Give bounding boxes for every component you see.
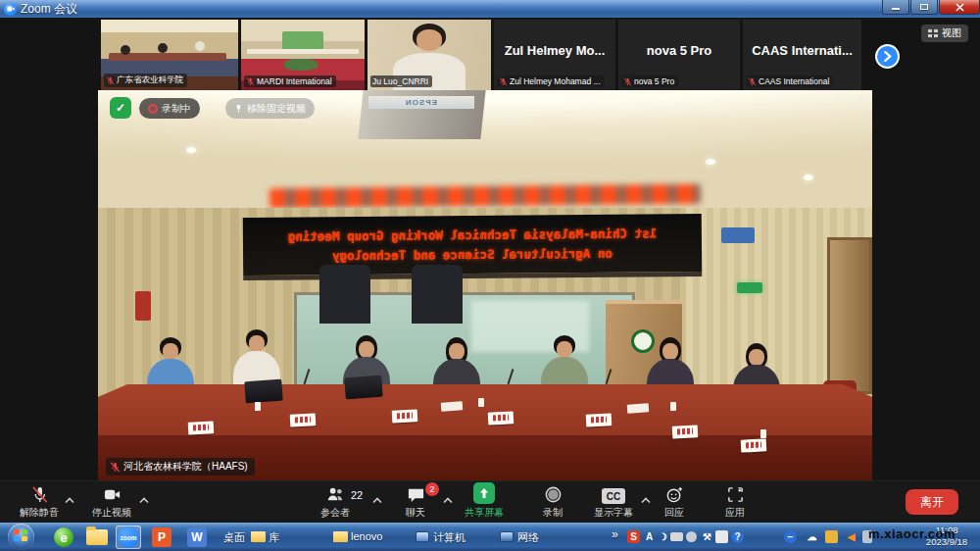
apps-button[interactable]: 应用 (704, 484, 766, 520)
video-thumbnail-mardi[interactable]: MARDI International (241, 20, 365, 90)
participant-name-tag: nova 5 Pro (621, 75, 678, 87)
video-thumbnail-nova[interactable]: nova 5 Pro nova 5 Pro (618, 20, 740, 90)
zoom-icon: zoom (118, 526, 139, 548)
gallery-next-button[interactable] (875, 44, 900, 69)
wps-writer-icon: W (187, 527, 207, 547)
taskbar-browser-button[interactable]: e (51, 526, 76, 549)
participants-count: 22 (351, 489, 363, 501)
paper (441, 401, 464, 412)
volume-tray-icon[interactable]: ◀ (845, 530, 858, 543)
participant-name: Zul Helmey Mohamad ... (510, 76, 601, 86)
close-button[interactable] (939, 0, 980, 15)
wps-presentation-icon: P (152, 527, 172, 547)
paper (627, 403, 650, 414)
window-titlebar[interactable]: Zoom 会议 (0, 0, 980, 18)
moon-tray-icon[interactable]: ☽ (657, 530, 669, 543)
participants-options-chevron[interactable] (372, 490, 382, 498)
reactions-label: 回应 (664, 506, 684, 520)
taskbar-wps-writer-button[interactable]: W (184, 526, 210, 549)
stop-video-button[interactable]: 停止视频 (80, 484, 143, 520)
participant-name: MARDI International (257, 76, 332, 86)
chair (319, 265, 370, 324)
taskbar-wps-presentation-button[interactable]: P (149, 526, 174, 549)
minimize-button[interactable] (882, 0, 909, 15)
name-card (586, 413, 612, 426)
sync-tray-icon[interactable]: − (784, 530, 797, 543)
name-card (741, 438, 767, 452)
wall-sign (721, 227, 755, 243)
video-thumbnail-zul[interactable]: Zul Helmey Mo... Zul Helmey Mohamad ... (494, 20, 615, 90)
ime-tray-icon[interactable]: A (643, 530, 656, 543)
name-card (488, 411, 514, 425)
view-button[interactable]: 视图 (921, 25, 968, 42)
chat-bubble-icon (407, 484, 425, 504)
record-button[interactable]: 录制 (521, 484, 584, 520)
unmute-options-chevron[interactable] (65, 490, 74, 498)
share-screen-button[interactable]: 共享屏幕 (453, 484, 515, 520)
muted-mic-icon (30, 484, 49, 504)
name-card (188, 421, 215, 434)
toolbar-overflow-chevron[interactable]: » (612, 527, 618, 541)
network-toolbar[interactable]: 网络 (517, 530, 539, 545)
video-thumbnail-juluo[interactable]: Ju Luo_CNRRI (368, 20, 491, 90)
leave-meeting-button[interactable]: 离开 (906, 489, 958, 515)
video-thumbnail-guangdong[interactable]: 广东省农业科学院 (101, 20, 238, 90)
cloud-tray-icon[interactable]: ☁ (806, 530, 818, 543)
led-banner: 1st China-Malaysia Technical Working Gro… (243, 214, 703, 280)
muted-mic-icon (106, 76, 115, 85)
unmute-button[interactable]: 解除静音 (8, 484, 71, 520)
video-options-chevron[interactable] (139, 490, 149, 498)
gallery-grid-icon (928, 29, 938, 37)
name-card (672, 425, 699, 438)
user-tray-icon[interactable] (686, 531, 697, 542)
apps-brackets-icon (726, 484, 745, 504)
computer-toolbar[interactable]: 计算机 (433, 530, 466, 545)
taskbar-explorer-button[interactable] (84, 526, 110, 549)
lenovo-toolbar[interactable]: lenovo (351, 530, 382, 542)
desktop-toolbar[interactable]: 桌面 (223, 530, 245, 545)
watermark-text: m.xiaocr.com (868, 526, 956, 541)
library-toolbar[interactable]: 库 (269, 530, 279, 545)
projector-brand-plate: EPSON (368, 96, 474, 109)
participants-icon (326, 484, 345, 504)
ceiling-light (706, 159, 715, 165)
windows-taskbar: e zoom P W 桌面 库 lenovo 计算机 网络 » S A ☽ ⚒ … (0, 523, 980, 551)
captions-button[interactable]: CC 显示字幕 (582, 484, 645, 520)
folder-icon (86, 529, 108, 545)
chat-label: 聊天 (406, 506, 425, 520)
participant-name: 广东省农业科学院 (117, 75, 183, 86)
pinned-video[interactable]: EPSON 1st China-Malaysia Technical Worki… (98, 90, 872, 480)
muted-mic-icon (246, 77, 255, 86)
help-tray-icon[interactable]: ? (731, 530, 744, 543)
browser-icon: e (54, 527, 74, 547)
library-folder-icon (251, 531, 266, 542)
keyboard-tray-icon[interactable] (670, 532, 683, 541)
taskbar-zoom-button[interactable]: zoom (116, 526, 141, 549)
reactions-button[interactable]: 回应 (643, 484, 706, 520)
laptop (344, 376, 382, 400)
edit-tray-icon[interactable] (715, 530, 728, 543)
stop-video-label: 停止视频 (92, 506, 131, 520)
name-card (290, 413, 317, 426)
start-button[interactable] (8, 524, 34, 550)
recording-indicator[interactable]: 录制中 (139, 98, 200, 119)
video-thumbnail-caas[interactable]: CAAS Internati... CAAS International (743, 20, 861, 90)
computer-icon (416, 531, 429, 542)
participant-name-tag: Ju Luo_CNRRI (370, 75, 432, 87)
wrench-tray-icon[interactable]: ⚒ (701, 530, 713, 543)
maximize-button[interactable] (910, 0, 938, 15)
encryption-shield-icon[interactable]: ✓ (110, 97, 131, 119)
chevron-right-icon (882, 51, 893, 62)
image-tray-icon[interactable] (825, 530, 838, 543)
cup (760, 429, 766, 438)
sogou-tray-icon[interactable]: S (627, 530, 640, 543)
speaker-name: 河北省农林科学院（HAAFS) (123, 460, 248, 474)
view-button-label: 视图 (942, 26, 961, 40)
room-door (827, 237, 872, 394)
speaker-name-tag: 河北省农林科学院（HAAFS) (106, 458, 255, 476)
chat-options-chevron[interactable] (443, 490, 453, 498)
remove-pin-button[interactable]: 移除固定视频 (225, 98, 315, 119)
meeting-toolbar: 解除静音 停止视频 参会者 22 (0, 480, 980, 523)
name-card (392, 409, 418, 423)
desktop-screen: Zoom 会议 广东省农业科学院 (0, 0, 980, 551)
